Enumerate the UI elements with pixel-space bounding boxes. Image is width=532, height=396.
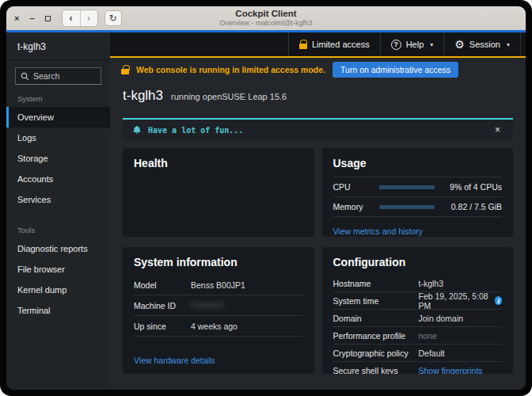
card-title: Usage [333, 157, 503, 169]
close-window-icon[interactable]: × [14, 14, 19, 23]
sidebar-item-label: Kernel dump [17, 285, 66, 295]
sidebar-item-diagnostic-reports[interactable]: Diagnostic reports [6, 238, 110, 259]
card-title: Health [134, 157, 303, 169]
help-menu[interactable]: ? Help ▾ [380, 32, 444, 56]
back-button[interactable]: ‹ [63, 10, 80, 26]
usage-card: Usage CPU 9% of 4 CPUs Memory [322, 148, 514, 237]
page-header: t-kglh3 running openSUSE Leap 15.6 [110, 81, 526, 113]
usage-table: CPU 9% of 4 CPUs Memory 0.82 / 7.5 GiB [333, 177, 503, 217]
row-value: t-kglh3 [419, 279, 444, 288]
join-domain-link[interactable]: Join domain [419, 314, 464, 323]
window-frame: × – ‹ › ↻ Cockpit Client Overview - malc… [0, 0, 532, 396]
window-controls: × – [14, 14, 51, 23]
maximize-window-icon[interactable] [45, 16, 51, 21]
usage-value: 0.82 / 7.5 GiB [435, 202, 503, 211]
usage-label: CPU [333, 182, 379, 192]
lock-icon [299, 44, 307, 49]
row-value: Benss B00JP1 [191, 280, 245, 290]
sidebar-item-label: File browser [17, 265, 65, 274]
alert-message: Web console is running in limited access… [136, 65, 325, 74]
sidebar-host-name[interactable]: t-kglh3 [6, 32, 110, 60]
masthead: Limited access ? Help ▾ ⚙ Session ▾ [110, 32, 526, 58]
table-row: Domain Join domain [333, 310, 503, 327]
row-label: Domain [333, 314, 419, 323]
window-subtitle: Overview - malcolml@t-kglh3 [219, 20, 312, 28]
view-metrics-link[interactable]: View metrics and history [333, 227, 503, 236]
row-label: Hostname [333, 279, 419, 288]
limited-access-indicator[interactable]: Limited access [288, 32, 380, 56]
sidebar-item-file-browser[interactable]: File browser [6, 259, 110, 280]
session-menu[interactable]: ⚙ Session ▾ [443, 32, 521, 56]
sidebar-item-label: Diagnostic reports [17, 244, 88, 253]
sidebar-section-tools: Tools [6, 218, 110, 238]
info-icon[interactable]: i [495, 296, 502, 305]
minimize-window-icon[interactable]: – [29, 14, 34, 23]
sidebar-item-label: Services [17, 195, 51, 204]
system-time-value: Feb 19, 2025, 5:08 PM [419, 291, 490, 310]
chevron-down-icon: ▾ [430, 41, 433, 48]
gear-icon: ⚙ [454, 39, 465, 50]
row-value: Default [419, 348, 445, 358]
row-label: Up since [134, 322, 191, 331]
memory-progress-bar [379, 205, 435, 209]
close-icon[interactable]: × [492, 125, 504, 135]
page-title: t-kglh3 [123, 88, 163, 104]
sidebar-item-services[interactable]: Services [6, 189, 110, 210]
os-release-text: running openSUSE Leap 15.6 [171, 92, 287, 101]
row-label: Performance profile [333, 331, 419, 341]
motd-banner: Have a lot of fun... × [123, 118, 513, 140]
usage-row-cpu: CPU 9% of 4 CPUs [333, 177, 503, 197]
chevron-down-icon: ▾ [507, 41, 510, 48]
history-nav-group: ‹ › [62, 10, 98, 27]
sidebar-item-kernel-dump[interactable]: Kernel dump [6, 280, 110, 300]
table-row: Machine ID [134, 295, 303, 316]
limited-access-alert: Web console is running in limited access… [110, 58, 526, 81]
search-input[interactable] [33, 71, 96, 81]
sidebar-item-label: Overview [17, 112, 54, 122]
titlebar: × – ‹ › ↻ Cockpit Client Overview - malc… [6, 6, 526, 30]
row-label: Cryptographic policy [333, 348, 419, 358]
row-label: System time [333, 296, 419, 306]
sidebar-section-system: System [6, 86, 110, 107]
card-title: System information [134, 256, 303, 268]
sidebar: t-kglh3 System Overview Logs Storage Acc… [6, 32, 110, 390]
bell-icon [132, 125, 142, 135]
table-row: Performance profile none [333, 327, 503, 345]
cards-grid: Health Usage CPU 9% of 4 CPUs [123, 148, 513, 374]
sidebar-item-terminal[interactable]: Terminal [6, 300, 110, 321]
forward-button[interactable]: › [80, 10, 97, 26]
help-label: Help [406, 40, 424, 49]
limited-access-label: Limited access [312, 40, 370, 49]
window-title: Cockpit Client [235, 9, 296, 19]
row-label: Machine ID [134, 301, 191, 310]
sidebar-item-label: Accounts [17, 174, 53, 184]
motd-message: Have a lot of fun... [148, 126, 485, 135]
show-fingerprints-link[interactable]: Show fingerprints [419, 366, 483, 374]
table-row: Model Benss B00JP1 [134, 275, 303, 295]
sidebar-item-overview[interactable]: Overview [6, 107, 110, 128]
card-title: Configuration [333, 256, 503, 268]
overview-page: Web console is running in limited access… [110, 58, 526, 390]
table-row: Hostname t-kglh3 [333, 275, 503, 292]
row-value: Feb 19, 2025, 5:08 PMi [419, 291, 503, 310]
system-information-table: Model Benss B00JP1 Machine ID Up since 4 [134, 275, 303, 337]
cpu-progress-bar [379, 185, 435, 189]
view-hardware-details-link[interactable]: View hardware details [134, 356, 303, 365]
row-label: Model [134, 280, 191, 290]
search-box [15, 67, 101, 85]
table-row: Secure shell keys Show fingerprints [333, 362, 503, 374]
table-row: Up since 4 weeks ago [134, 316, 303, 337]
table-row: System time Feb 19, 2025, 5:08 PMi [333, 292, 503, 310]
refresh-button[interactable]: ↻ [104, 10, 122, 26]
usage-label: Memory [333, 202, 379, 211]
cockpit-client-window: × – ‹ › ↻ Cockpit Client Overview - malc… [6, 6, 526, 390]
sidebar-item-label: Storage [17, 154, 48, 163]
configuration-table: Hostname t-kglh3 System time Feb 19, 202… [333, 275, 503, 374]
sidebar-item-storage[interactable]: Storage [6, 148, 110, 169]
sidebar-item-logs[interactable]: Logs [6, 128, 110, 148]
sidebar-item-accounts[interactable]: Accounts [6, 169, 110, 189]
health-card: Health [123, 148, 314, 237]
row-label: Secure shell keys [333, 366, 419, 374]
configuration-card: Configuration Hostname t-kglh3 System ti… [322, 247, 514, 374]
turn-on-admin-access-button[interactable]: Turn on administrative access [332, 62, 458, 78]
